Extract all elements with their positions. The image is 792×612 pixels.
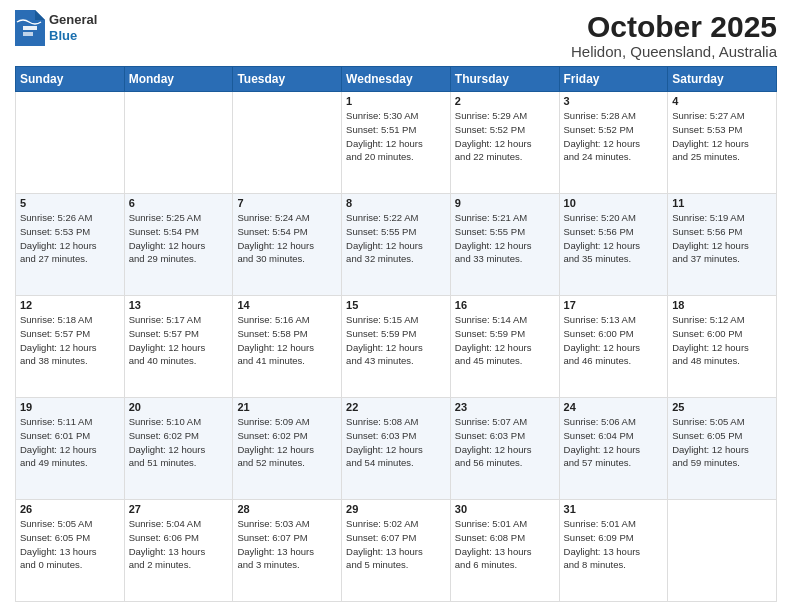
day-number: 21 (237, 401, 337, 413)
logo-blue: Blue (49, 28, 97, 44)
calendar-day-header: Saturday (668, 67, 777, 92)
day-number: 9 (455, 197, 555, 209)
day-number: 13 (129, 299, 229, 311)
day-number: 1 (346, 95, 446, 107)
calendar-day-cell: 31Sunrise: 5:01 AM Sunset: 6:09 PM Dayli… (559, 500, 668, 602)
day-number: 23 (455, 401, 555, 413)
calendar-day-cell: 7Sunrise: 5:24 AM Sunset: 5:54 PM Daylig… (233, 194, 342, 296)
logo-general: General (49, 12, 97, 28)
day-number: 26 (20, 503, 120, 515)
day-info: Sunrise: 5:21 AM Sunset: 5:55 PM Dayligh… (455, 211, 555, 266)
day-info: Sunrise: 5:24 AM Sunset: 5:54 PM Dayligh… (237, 211, 337, 266)
day-number: 19 (20, 401, 120, 413)
day-info: Sunrise: 5:05 AM Sunset: 6:05 PM Dayligh… (20, 517, 120, 572)
calendar-day-cell: 24Sunrise: 5:06 AM Sunset: 6:04 PM Dayli… (559, 398, 668, 500)
day-number: 8 (346, 197, 446, 209)
day-number: 17 (564, 299, 664, 311)
page-subtitle: Helidon, Queensland, Australia (571, 43, 777, 60)
day-info: Sunrise: 5:03 AM Sunset: 6:07 PM Dayligh… (237, 517, 337, 572)
calendar-day-cell: 25Sunrise: 5:05 AM Sunset: 6:05 PM Dayli… (668, 398, 777, 500)
day-info: Sunrise: 5:11 AM Sunset: 6:01 PM Dayligh… (20, 415, 120, 470)
day-number: 14 (237, 299, 337, 311)
calendar-day-cell: 6Sunrise: 5:25 AM Sunset: 5:54 PM Daylig… (124, 194, 233, 296)
day-info: Sunrise: 5:29 AM Sunset: 5:52 PM Dayligh… (455, 109, 555, 164)
page-title: October 2025 (571, 10, 777, 43)
day-number: 6 (129, 197, 229, 209)
day-info: Sunrise: 5:25 AM Sunset: 5:54 PM Dayligh… (129, 211, 229, 266)
day-number: 3 (564, 95, 664, 107)
calendar-day-cell (16, 92, 125, 194)
logo-icon (15, 10, 45, 46)
day-info: Sunrise: 5:30 AM Sunset: 5:51 PM Dayligh… (346, 109, 446, 164)
calendar-day-cell (668, 500, 777, 602)
calendar-day-cell: 18Sunrise: 5:12 AM Sunset: 6:00 PM Dayli… (668, 296, 777, 398)
calendar-day-cell: 16Sunrise: 5:14 AM Sunset: 5:59 PM Dayli… (450, 296, 559, 398)
calendar-day-header: Tuesday (233, 67, 342, 92)
day-info: Sunrise: 5:19 AM Sunset: 5:56 PM Dayligh… (672, 211, 772, 266)
calendar-day-cell: 27Sunrise: 5:04 AM Sunset: 6:06 PM Dayli… (124, 500, 233, 602)
calendar-table: SundayMondayTuesdayWednesdayThursdayFrid… (15, 66, 777, 602)
day-info: Sunrise: 5:01 AM Sunset: 6:09 PM Dayligh… (564, 517, 664, 572)
day-info: Sunrise: 5:04 AM Sunset: 6:06 PM Dayligh… (129, 517, 229, 572)
calendar-day-header: Sunday (16, 67, 125, 92)
day-number: 10 (564, 197, 664, 209)
calendar-day-header: Wednesday (342, 67, 451, 92)
calendar-header-row: SundayMondayTuesdayWednesdayThursdayFrid… (16, 67, 777, 92)
calendar-day-cell (233, 92, 342, 194)
day-number: 31 (564, 503, 664, 515)
calendar-day-cell: 10Sunrise: 5:20 AM Sunset: 5:56 PM Dayli… (559, 194, 668, 296)
day-number: 5 (20, 197, 120, 209)
calendar-day-cell: 21Sunrise: 5:09 AM Sunset: 6:02 PM Dayli… (233, 398, 342, 500)
calendar-day-cell: 13Sunrise: 5:17 AM Sunset: 5:57 PM Dayli… (124, 296, 233, 398)
calendar-week-row: 12Sunrise: 5:18 AM Sunset: 5:57 PM Dayli… (16, 296, 777, 398)
day-info: Sunrise: 5:02 AM Sunset: 6:07 PM Dayligh… (346, 517, 446, 572)
calendar-day-cell: 5Sunrise: 5:26 AM Sunset: 5:53 PM Daylig… (16, 194, 125, 296)
calendar-day-cell: 9Sunrise: 5:21 AM Sunset: 5:55 PM Daylig… (450, 194, 559, 296)
day-info: Sunrise: 5:26 AM Sunset: 5:53 PM Dayligh… (20, 211, 120, 266)
day-number: 27 (129, 503, 229, 515)
calendar-day-cell: 3Sunrise: 5:28 AM Sunset: 5:52 PM Daylig… (559, 92, 668, 194)
calendar-day-cell: 30Sunrise: 5:01 AM Sunset: 6:08 PM Dayli… (450, 500, 559, 602)
day-info: Sunrise: 5:27 AM Sunset: 5:53 PM Dayligh… (672, 109, 772, 164)
day-number: 30 (455, 503, 555, 515)
calendar-day-cell: 19Sunrise: 5:11 AM Sunset: 6:01 PM Dayli… (16, 398, 125, 500)
day-number: 16 (455, 299, 555, 311)
calendar-day-cell (124, 92, 233, 194)
day-info: Sunrise: 5:18 AM Sunset: 5:57 PM Dayligh… (20, 313, 120, 368)
day-number: 20 (129, 401, 229, 413)
calendar-day-cell: 4Sunrise: 5:27 AM Sunset: 5:53 PM Daylig… (668, 92, 777, 194)
page-header: General Blue October 2025 Helidon, Queen… (15, 10, 777, 60)
calendar-day-cell: 8Sunrise: 5:22 AM Sunset: 5:55 PM Daylig… (342, 194, 451, 296)
day-info: Sunrise: 5:10 AM Sunset: 6:02 PM Dayligh… (129, 415, 229, 470)
day-info: Sunrise: 5:13 AM Sunset: 6:00 PM Dayligh… (564, 313, 664, 368)
calendar-day-cell: 11Sunrise: 5:19 AM Sunset: 5:56 PM Dayli… (668, 194, 777, 296)
day-info: Sunrise: 5:12 AM Sunset: 6:00 PM Dayligh… (672, 313, 772, 368)
calendar-day-cell: 28Sunrise: 5:03 AM Sunset: 6:07 PM Dayli… (233, 500, 342, 602)
day-number: 4 (672, 95, 772, 107)
calendar-day-cell: 29Sunrise: 5:02 AM Sunset: 6:07 PM Dayli… (342, 500, 451, 602)
calendar-week-row: 5Sunrise: 5:26 AM Sunset: 5:53 PM Daylig… (16, 194, 777, 296)
calendar-day-header: Monday (124, 67, 233, 92)
svg-marker-1 (35, 10, 45, 20)
title-block: October 2025 Helidon, Queensland, Austra… (571, 10, 777, 60)
calendar-day-cell: 26Sunrise: 5:05 AM Sunset: 6:05 PM Dayli… (16, 500, 125, 602)
calendar-week-row: 19Sunrise: 5:11 AM Sunset: 6:01 PM Dayli… (16, 398, 777, 500)
day-info: Sunrise: 5:14 AM Sunset: 5:59 PM Dayligh… (455, 313, 555, 368)
day-info: Sunrise: 5:15 AM Sunset: 5:59 PM Dayligh… (346, 313, 446, 368)
day-info: Sunrise: 5:16 AM Sunset: 5:58 PM Dayligh… (237, 313, 337, 368)
day-number: 25 (672, 401, 772, 413)
day-info: Sunrise: 5:20 AM Sunset: 5:56 PM Dayligh… (564, 211, 664, 266)
calendar-day-cell: 12Sunrise: 5:18 AM Sunset: 5:57 PM Dayli… (16, 296, 125, 398)
calendar-day-cell: 23Sunrise: 5:07 AM Sunset: 6:03 PM Dayli… (450, 398, 559, 500)
day-info: Sunrise: 5:01 AM Sunset: 6:08 PM Dayligh… (455, 517, 555, 572)
day-info: Sunrise: 5:28 AM Sunset: 5:52 PM Dayligh… (564, 109, 664, 164)
day-number: 29 (346, 503, 446, 515)
day-number: 28 (237, 503, 337, 515)
calendar-day-header: Thursday (450, 67, 559, 92)
day-info: Sunrise: 5:22 AM Sunset: 5:55 PM Dayligh… (346, 211, 446, 266)
day-number: 12 (20, 299, 120, 311)
day-info: Sunrise: 5:06 AM Sunset: 6:04 PM Dayligh… (564, 415, 664, 470)
day-number: 18 (672, 299, 772, 311)
day-info: Sunrise: 5:05 AM Sunset: 6:05 PM Dayligh… (672, 415, 772, 470)
day-number: 24 (564, 401, 664, 413)
